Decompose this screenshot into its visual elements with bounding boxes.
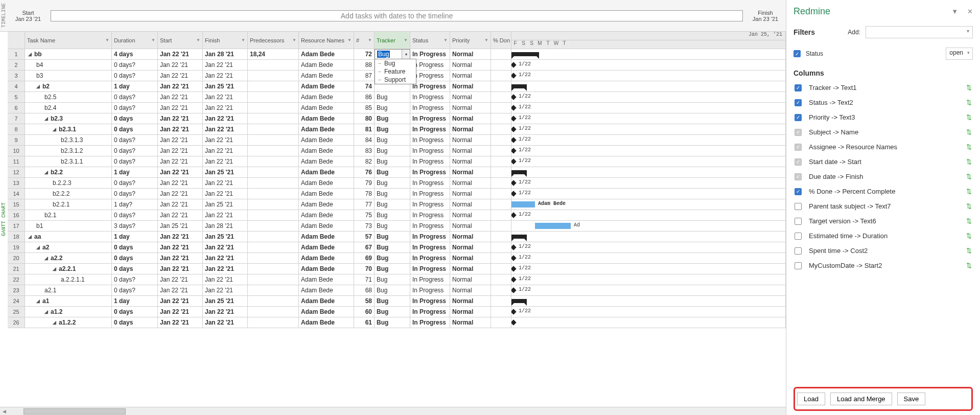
drag-handle-icon[interactable]: ⇅: [966, 217, 972, 225]
tracker-cell[interactable]: Bug: [375, 92, 410, 102]
number-cell[interactable]: 80: [354, 113, 375, 124]
duration-cell[interactable]: 0 days: [112, 242, 158, 252]
drag-handle-icon[interactable]: ⇅: [966, 128, 972, 136]
priority-cell[interactable]: Normal: [450, 81, 491, 91]
resource-cell[interactable]: Adam Bede: [299, 232, 354, 242]
duration-cell[interactable]: 1 day?: [112, 199, 158, 210]
priority-cell[interactable]: Normal: [450, 285, 491, 295]
duration-cell[interactable]: 0 days?: [112, 274, 158, 285]
done-cell[interactable]: [491, 264, 511, 274]
resource-cell[interactable]: Adam Bede: [299, 199, 354, 210]
number-cell[interactable]: 85: [354, 103, 375, 113]
done-cell[interactable]: [491, 317, 511, 328]
tracker-cell[interactable]: Bug: [375, 296, 410, 306]
header-resource[interactable]: Resource Names▼: [299, 32, 354, 49]
predecessors-cell[interactable]: [248, 135, 299, 145]
row-number[interactable]: 8: [8, 124, 25, 134]
column-mapping-item[interactable]: Subject -> Name⇅: [794, 125, 973, 140]
task-name-cell[interactable]: ◢bb: [25, 49, 112, 59]
table-row[interactable]: 9b2.3.1.30 days?Jan 22 '21Jan 22 '21Adam…: [8, 135, 786, 146]
finish-cell[interactable]: Jan 22 '21: [203, 71, 248, 81]
status-cell[interactable]: In Progress: [410, 103, 450, 113]
duration-cell[interactable]: 0 days?: [112, 285, 158, 295]
done-cell[interactable]: [491, 221, 511, 231]
status-cell[interactable]: In Progress: [410, 92, 450, 102]
start-cell[interactable]: Jan 22 '21: [158, 167, 203, 177]
tracker-option[interactable]: Support: [375, 76, 416, 84]
drag-handle-icon[interactable]: ⇅: [966, 173, 972, 180]
resource-cell[interactable]: Adam Bede: [299, 156, 354, 167]
tracker-cell[interactable]: Bug: [375, 242, 410, 252]
finish-cell[interactable]: Jan 25 '21: [203, 167, 248, 177]
start-cell[interactable]: Jan 22 '21: [158, 113, 203, 124]
tracker-cell[interactable]: Bug: [375, 285, 410, 295]
number-cell[interactable]: 70: [354, 264, 375, 274]
column-checkbox[interactable]: [795, 247, 802, 255]
priority-cell[interactable]: Normal: [450, 167, 491, 177]
priority-cell[interactable]: Normal: [450, 92, 491, 102]
row-number[interactable]: 7: [8, 113, 25, 124]
start-cell[interactable]: Jan 22 '21: [158, 210, 203, 220]
predecessors-cell[interactable]: [248, 307, 299, 317]
tracker-cell[interactable]: Bug: [375, 103, 410, 113]
gantt-bar-cell[interactable]: 1/22: [511, 285, 786, 295]
finish-cell[interactable]: Jan 22 '21: [203, 189, 248, 199]
duration-cell[interactable]: 0 days?: [112, 178, 158, 188]
start-cell[interactable]: Jan 22 '21: [158, 60, 203, 70]
row-number[interactable]: 12: [8, 167, 25, 177]
row-number[interactable]: 18: [8, 232, 25, 242]
resource-cell[interactable]: Adam Bede: [299, 296, 354, 306]
done-cell[interactable]: [491, 124, 511, 134]
duration-cell[interactable]: 0 days?: [112, 71, 158, 81]
horizontal-scrollbar[interactable]: ◀: [0, 407, 786, 415]
predecessors-cell[interactable]: [248, 156, 299, 167]
row-number[interactable]: 24: [8, 296, 25, 306]
status-cell[interactable]: In Progress: [410, 178, 450, 188]
start-cell[interactable]: Jan 22 '21: [158, 242, 203, 252]
task-name-cell[interactable]: b2.2.1: [25, 199, 112, 210]
resource-cell[interactable]: Adam Bede: [299, 135, 354, 145]
header-number[interactable]: #▼: [354, 32, 375, 49]
table-row[interactable]: 17b13 days?Jan 25 '21Jan 28 '21Adam Bede…: [8, 221, 786, 232]
resource-cell[interactable]: Adam Bede: [299, 60, 354, 70]
done-cell[interactable]: [491, 199, 511, 210]
finish-cell[interactable]: Jan 22 '21: [203, 307, 248, 317]
row-number[interactable]: 9: [8, 135, 25, 145]
task-name-cell[interactable]: ◢b2.3: [25, 113, 112, 124]
gantt-bar-cell[interactable]: Ad: [511, 221, 786, 231]
duration-cell[interactable]: 0 days?: [112, 60, 158, 70]
gantt-bar-cell[interactable]: [511, 232, 786, 242]
predecessors-cell[interactable]: [248, 178, 299, 188]
tracker-cell[interactable]: Bug: [375, 307, 410, 317]
table-row[interactable]: 24◢a11 dayJan 22 '21Jan 25 '21Adam Bede5…: [8, 296, 786, 307]
predecessors-cell[interactable]: [248, 210, 299, 220]
drag-handle-icon[interactable]: ⇅: [966, 143, 972, 151]
column-checkbox[interactable]: [795, 203, 802, 210]
duration-cell[interactable]: 0 days: [112, 317, 158, 328]
resource-cell[interactable]: Adam Bede: [299, 274, 354, 285]
status-cell[interactable]: In Progress: [410, 167, 450, 177]
predecessors-cell[interactable]: [248, 113, 299, 124]
column-mapping-item[interactable]: Start date -> Start⇅: [794, 154, 973, 169]
finish-cell[interactable]: Jan 22 '21: [203, 317, 248, 328]
tracker-cell[interactable]: Bug: [375, 199, 410, 210]
priority-cell[interactable]: Normal: [450, 296, 491, 306]
predecessors-cell[interactable]: [248, 232, 299, 242]
task-name-cell[interactable]: ◢b2.3.1: [25, 124, 112, 134]
header-done[interactable]: % Don: [491, 32, 511, 49]
number-cell[interactable]: 73: [354, 221, 375, 231]
header-tracker[interactable]: Tracker▼: [375, 32, 410, 49]
gantt-bar-cell[interactable]: 1/22: [511, 156, 786, 167]
drag-handle-icon[interactable]: ⇅: [966, 247, 972, 255]
duration-cell[interactable]: 3 days?: [112, 221, 158, 231]
tracker-cell[interactable]: Bug: [375, 135, 410, 145]
drag-handle-icon[interactable]: ⇅: [966, 188, 972, 195]
number-cell[interactable]: 58: [354, 296, 375, 306]
column-mapping-item[interactable]: Estimated time -> Duration⇅: [794, 228, 973, 243]
duration-cell[interactable]: 1 day: [112, 296, 158, 306]
duration-cell[interactable]: 4 days: [112, 49, 158, 59]
finish-cell[interactable]: Jan 22 '21: [203, 92, 248, 102]
load-button[interactable]: Load: [797, 393, 825, 405]
task-name-cell[interactable]: a2.1: [25, 285, 112, 295]
predecessors-cell[interactable]: 18,24: [248, 49, 299, 59]
